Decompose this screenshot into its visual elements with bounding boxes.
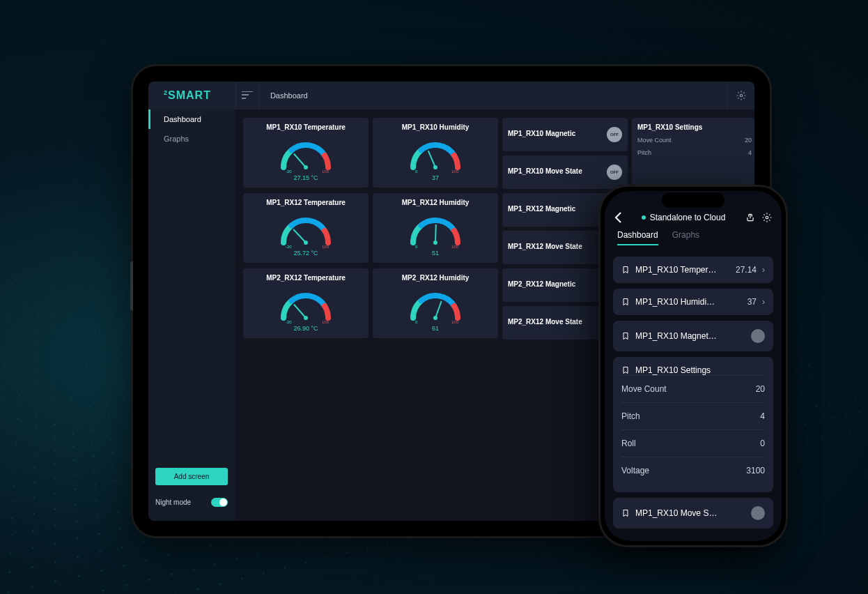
gauge-card[interactable]: MP2_RX12 Humidity 0 100 61 xyxy=(373,268,498,338)
list-item[interactable]: MP1_RX10 Move S… xyxy=(613,498,773,528)
card-title: MP1_RX12 Move State xyxy=(508,243,582,250)
setting-value: 0 xyxy=(760,439,765,448)
svg-point-2 xyxy=(304,165,308,169)
toggle-card[interactable]: MP1_RX10 MagneticOFF xyxy=(502,118,628,151)
phone-device: Standalone to Cloud Dashboard Graphs MP1… xyxy=(598,185,788,547)
svg-line-5 xyxy=(428,151,435,167)
gauge-card[interactable]: MP1_RX10 Temperature -20 100 27.15 °C xyxy=(243,118,369,188)
svg-point-18 xyxy=(304,316,308,320)
item-label: MP1_RX10 Settings xyxy=(635,365,711,375)
card-title: MP2_RX12 Magnetic xyxy=(508,280,575,288)
gauge-card[interactable]: MP1_RX10 Humidity 0 100 37 xyxy=(373,118,498,188)
gauge-card[interactable]: MP1_RX12 Humidity 0 100 51 xyxy=(373,193,498,263)
svg-point-10 xyxy=(304,241,308,245)
list-item[interactable]: MP1_RX10 Magnet… xyxy=(613,321,773,351)
sidebar-item-dashboard[interactable]: Dashboard xyxy=(148,109,235,129)
setting-label: Move Count xyxy=(621,384,667,394)
gauge-value: 37 xyxy=(432,174,439,181)
svg-point-14 xyxy=(433,241,437,245)
gauge-value: 25.72 °C xyxy=(293,250,318,257)
svg-point-6 xyxy=(433,165,437,169)
gauge-value: 27.15 °C xyxy=(293,174,318,181)
card-title: MP2_RX12 Humidity xyxy=(402,274,470,282)
svg-text:100: 100 xyxy=(322,169,330,174)
card-title: MP1_RX10 Humidity xyxy=(402,123,470,131)
svg-text:0: 0 xyxy=(415,245,418,249)
gear-icon[interactable] xyxy=(762,213,772,222)
gauge-value: 51 xyxy=(432,250,439,257)
item-value: 27.14 xyxy=(736,265,757,275)
svg-text:0: 0 xyxy=(415,320,418,324)
page-title: Dashboard xyxy=(259,91,727,100)
tab-dashboard[interactable]: Dashboard xyxy=(617,230,658,245)
svg-text:100: 100 xyxy=(322,245,330,249)
bookmark-icon xyxy=(621,509,630,517)
setting-label: Pitch xyxy=(637,149,651,156)
bookmark-icon xyxy=(621,332,630,340)
status-dot-icon xyxy=(642,215,646,220)
setting-value: 3100 xyxy=(746,466,765,475)
list-item[interactable]: MP1_RX10 Temper…27.14› xyxy=(613,257,773,283)
topbar: 2SMART Dashboard xyxy=(148,82,754,109)
toggle-off-icon[interactable] xyxy=(751,506,765,520)
bookmark-icon xyxy=(621,366,630,374)
svg-text:-20: -20 xyxy=(286,245,292,249)
card-title: MP1_RX10 Settings xyxy=(637,123,752,131)
svg-text:100: 100 xyxy=(451,245,459,249)
setting-value: 20 xyxy=(745,137,752,144)
item-label: MP1_RX10 Temper… xyxy=(635,265,730,275)
tab-graphs[interactable]: Graphs xyxy=(672,230,699,245)
bookmark-icon xyxy=(621,266,630,274)
card-title: MP1_RX10 Magnetic xyxy=(508,130,575,137)
list-item[interactable]: MP1_RX10 Humidi…37› xyxy=(613,289,773,315)
card-title: MP1_RX10 Temperature xyxy=(266,123,346,131)
settings-card[interactable]: MP1_RX10 SettingsMove Count20Pitch4 xyxy=(632,118,754,189)
card-title: MP1_RX12 Magnetic xyxy=(508,205,575,213)
svg-text:0: 0 xyxy=(415,169,418,174)
gear-icon[interactable] xyxy=(727,82,754,109)
svg-point-25 xyxy=(766,216,768,219)
item-label: MP1_RX10 Magnet… xyxy=(635,331,745,341)
sidebar-item-graphs[interactable]: Graphs xyxy=(148,129,235,148)
add-screen-button[interactable]: Add screen xyxy=(155,468,228,485)
gauge-value: 61 xyxy=(432,325,439,332)
bookmark-icon xyxy=(621,298,630,306)
svg-line-1 xyxy=(294,153,306,167)
svg-line-17 xyxy=(294,304,306,318)
phone-screen: Standalone to Cloud Dashboard Graphs MP1… xyxy=(605,191,782,541)
card-title: MP2_RX12 Temperature xyxy=(266,274,346,282)
sort-icon[interactable] xyxy=(235,82,259,109)
setting-label: Pitch xyxy=(621,411,640,421)
gauge-value: 26.90 °C xyxy=(293,325,318,332)
card-title: MP2_RX12 Move State xyxy=(508,318,582,326)
back-icon[interactable] xyxy=(614,212,621,223)
card-title: MP1_RX10 Move State xyxy=(508,167,582,175)
gauge-card[interactable]: MP2_RX12 Temperature -20 100 26.90 °C xyxy=(243,268,369,338)
svg-line-21 xyxy=(435,301,442,318)
svg-text:-20: -20 xyxy=(286,320,292,324)
svg-text:100: 100 xyxy=(451,320,459,324)
svg-text:-20: -20 xyxy=(286,169,292,174)
toggle-card[interactable]: MP1_RX10 Move StateOFF xyxy=(502,155,628,189)
toggle-off-icon[interactable] xyxy=(751,329,765,343)
item-value: 37 xyxy=(747,297,757,307)
brand-logo: 2SMART xyxy=(148,89,211,102)
share-icon[interactable] xyxy=(745,213,755,222)
night-mode-toggle[interactable] xyxy=(211,498,228,507)
setting-label: Roll xyxy=(621,439,636,448)
chevron-right-icon: › xyxy=(762,297,765,307)
svg-point-22 xyxy=(433,316,437,320)
setting-value: 4 xyxy=(760,411,765,421)
settings-card[interactable]: MP1_RX10 SettingsMove Count20Pitch4Roll0… xyxy=(613,357,773,492)
card-title: MP1_RX12 Temperature xyxy=(266,199,346,206)
state-pill: OFF xyxy=(607,165,622,180)
state-pill: OFF xyxy=(607,127,622,142)
svg-line-9 xyxy=(293,229,306,243)
setting-value: 4 xyxy=(748,149,752,156)
sidebar: Dashboard Graphs Add screen Night mode xyxy=(148,109,235,521)
gauge-card[interactable]: MP1_RX12 Temperature -20 100 25.72 °C xyxy=(243,193,369,263)
svg-text:100: 100 xyxy=(451,169,459,174)
item-label: MP1_RX10 Move S… xyxy=(635,508,745,518)
setting-label: Move Count xyxy=(637,137,672,144)
svg-text:100: 100 xyxy=(322,320,330,324)
